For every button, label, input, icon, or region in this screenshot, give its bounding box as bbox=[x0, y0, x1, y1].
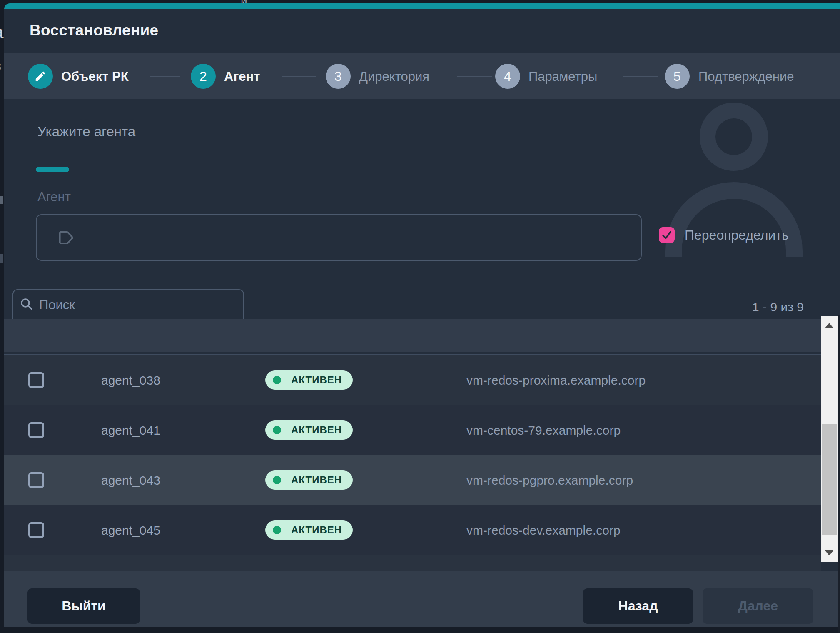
status-badge: АКТИВЕН bbox=[265, 470, 353, 490]
person-icon bbox=[665, 182, 803, 257]
status-label: АКТИВЕН bbox=[291, 524, 342, 536]
search-input[interactable] bbox=[38, 292, 223, 318]
step-number: 3 bbox=[334, 69, 342, 84]
status-badge: АКТИВЕН bbox=[265, 420, 353, 440]
step-4-marker[interactable]: 4 bbox=[495, 64, 520, 89]
row-checkbox[interactable] bbox=[28, 372, 44, 388]
row-checkbox[interactable] bbox=[28, 422, 44, 438]
step-3-marker[interactable]: 3 bbox=[326, 64, 351, 89]
pagination-range: 1 - 9 из 9 bbox=[666, 300, 804, 314]
step-3-label[interactable]: Директория bbox=[359, 69, 429, 84]
step-1-marker[interactable] bbox=[28, 64, 53, 89]
table-row[interactable]: agent_045 АКТИВЕН vm-redos-dev.example.c… bbox=[4, 505, 821, 555]
vertical-scrollbar[interactable] bbox=[821, 316, 838, 562]
person-icon bbox=[700, 103, 768, 171]
step-5-label[interactable]: Подтверждение bbox=[698, 69, 794, 84]
step-connector bbox=[457, 76, 492, 77]
dialog-title: Восстановление bbox=[30, 22, 158, 39]
page-heading: Укажите агента bbox=[37, 124, 135, 140]
status-dot-icon bbox=[273, 426, 281, 434]
table-row[interactable]: agent_038 АКТИВЕН vm-redos-proxima.examp… bbox=[4, 355, 821, 405]
agent-name-cell: agent_043 bbox=[101, 473, 160, 488]
override-label: Переопределить bbox=[685, 228, 789, 243]
agent-name-cell: agent_045 bbox=[101, 523, 160, 538]
window-edge bbox=[838, 315, 840, 633]
search-icon bbox=[19, 297, 34, 312]
override-checkbox[interactable] bbox=[659, 227, 675, 243]
host-cell: vm-redos-dev.example.corp bbox=[466, 523, 621, 538]
step-connector bbox=[150, 76, 180, 77]
step-number: 5 bbox=[673, 69, 681, 84]
agent-name-cell: agent_041 bbox=[101, 423, 160, 438]
status-dot-icon bbox=[273, 526, 281, 534]
step-number: 4 bbox=[504, 69, 511, 84]
step-number: 2 bbox=[199, 69, 207, 84]
heading-accent-underline bbox=[36, 167, 69, 172]
table-header bbox=[4, 319, 821, 352]
screen: й а з Восстановление Объект РК 2 Агент 3… bbox=[0, 0, 840, 633]
table-row[interactable]: agent_043 АКТИВЕН vm-redos-pgpro.example… bbox=[4, 455, 821, 505]
host-cell: vm-redos-pgpro.example.corp bbox=[466, 473, 633, 488]
step-2-marker[interactable]: 2 bbox=[191, 64, 216, 89]
status-badge: АКТИВЕН bbox=[265, 520, 353, 540]
table-row[interactable]: agent_041 АКТИВЕН vm-centos-79.example.c… bbox=[4, 405, 821, 455]
exit-button[interactable]: Выйти bbox=[27, 588, 140, 624]
tag-icon bbox=[57, 228, 76, 247]
status-dot-icon bbox=[273, 376, 281, 384]
scrollbar-thumb[interactable] bbox=[822, 424, 837, 535]
status-label: АКТИВЕН bbox=[291, 424, 342, 436]
back-button[interactable]: Назад bbox=[583, 588, 693, 624]
status-dot-icon bbox=[273, 476, 281, 484]
step-connector bbox=[282, 76, 316, 77]
status-label: АКТИВЕН bbox=[291, 374, 342, 386]
status-label: АКТИВЕН bbox=[291, 474, 342, 486]
step-connector bbox=[623, 76, 658, 77]
agent-input[interactable] bbox=[36, 214, 642, 261]
table-row-partial bbox=[4, 555, 821, 571]
agent-field-label: Агент bbox=[37, 190, 71, 205]
next-button[interactable]: Далее bbox=[703, 588, 813, 624]
triangle-up-icon bbox=[825, 323, 834, 328]
step-4-label[interactable]: Параметры bbox=[528, 69, 597, 84]
host-cell: vm-centos-79.example.corp bbox=[466, 423, 621, 438]
table-separator bbox=[4, 354, 821, 355]
row-checkbox[interactable] bbox=[28, 522, 44, 538]
pencil-icon bbox=[34, 70, 47, 83]
scroll-up-button[interactable] bbox=[821, 316, 838, 335]
row-checkbox[interactable] bbox=[28, 472, 44, 488]
status-badge: АКТИВЕН bbox=[265, 370, 353, 390]
step-5-marker[interactable]: 5 bbox=[665, 64, 690, 89]
check-icon bbox=[661, 229, 673, 241]
scroll-down-button[interactable] bbox=[821, 543, 838, 562]
host-cell: vm-redos-proxima.example.corp bbox=[466, 373, 646, 388]
triangle-down-icon bbox=[825, 550, 834, 555]
step-2-label[interactable]: Агент bbox=[224, 69, 260, 84]
agent-name-cell: agent_038 bbox=[101, 373, 160, 388]
step-1-label[interactable]: Объект РК bbox=[61, 69, 129, 84]
